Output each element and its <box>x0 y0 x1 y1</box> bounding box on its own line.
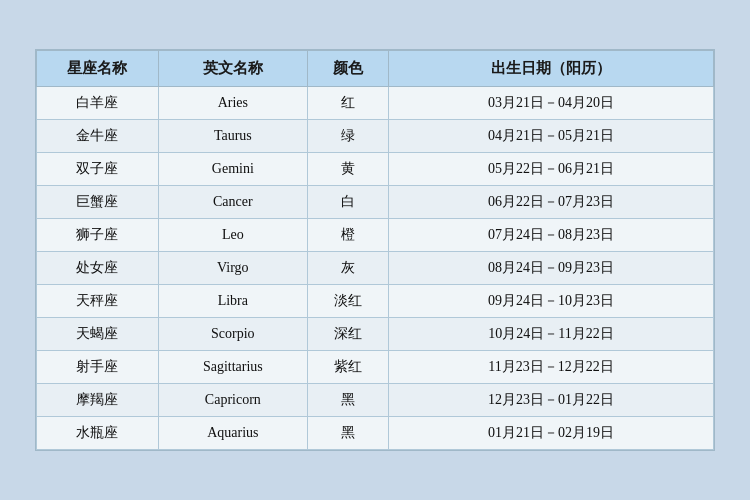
cell-chinese: 天秤座 <box>37 285 159 318</box>
cell-date: 01月21日－02月19日 <box>389 417 714 450</box>
cell-chinese: 白羊座 <box>37 87 159 120</box>
cell-color: 橙 <box>307 219 388 252</box>
cell-chinese: 处女座 <box>37 252 159 285</box>
header-color: 颜色 <box>307 51 388 87</box>
cell-date: 07月24日－08月23日 <box>389 219 714 252</box>
cell-date: 04月21日－05月21日 <box>389 120 714 153</box>
cell-color: 黑 <box>307 384 388 417</box>
cell-color: 绿 <box>307 120 388 153</box>
header-english: 英文名称 <box>158 51 307 87</box>
cell-english: Leo <box>158 219 307 252</box>
table-row: 摩羯座Capricorn黑12月23日－01月22日 <box>37 384 714 417</box>
cell-chinese: 巨蟹座 <box>37 186 159 219</box>
cell-date: 09月24日－10月23日 <box>389 285 714 318</box>
cell-english: Aries <box>158 87 307 120</box>
cell-chinese: 天蝎座 <box>37 318 159 351</box>
table-row: 处女座Virgo灰08月24日－09月23日 <box>37 252 714 285</box>
table-row: 金牛座Taurus绿04月21日－05月21日 <box>37 120 714 153</box>
cell-english: Taurus <box>158 120 307 153</box>
zodiac-table: 星座名称 英文名称 颜色 出生日期（阳历） 白羊座Aries红03月21日－04… <box>36 50 714 450</box>
table-header-row: 星座名称 英文名称 颜色 出生日期（阳历） <box>37 51 714 87</box>
table-row: 天秤座Libra淡红09月24日－10月23日 <box>37 285 714 318</box>
cell-chinese: 水瓶座 <box>37 417 159 450</box>
cell-color: 紫红 <box>307 351 388 384</box>
cell-english: Gemini <box>158 153 307 186</box>
cell-date: 08月24日－09月23日 <box>389 252 714 285</box>
cell-color: 淡红 <box>307 285 388 318</box>
cell-english: Sagittarius <box>158 351 307 384</box>
cell-color: 灰 <box>307 252 388 285</box>
header-chinese: 星座名称 <box>37 51 159 87</box>
cell-date: 06月22日－07月23日 <box>389 186 714 219</box>
cell-english: Cancer <box>158 186 307 219</box>
table-row: 狮子座Leo橙07月24日－08月23日 <box>37 219 714 252</box>
cell-chinese: 双子座 <box>37 153 159 186</box>
table-row: 双子座Gemini黄05月22日－06月21日 <box>37 153 714 186</box>
cell-english: Scorpio <box>158 318 307 351</box>
table-row: 白羊座Aries红03月21日－04月20日 <box>37 87 714 120</box>
table-row: 天蝎座Scorpio深红10月24日－11月22日 <box>37 318 714 351</box>
table-row: 射手座Sagittarius紫红11月23日－12月22日 <box>37 351 714 384</box>
cell-english: Libra <box>158 285 307 318</box>
header-date: 出生日期（阳历） <box>389 51 714 87</box>
table-row: 水瓶座Aquarius黑01月21日－02月19日 <box>37 417 714 450</box>
cell-chinese: 狮子座 <box>37 219 159 252</box>
cell-chinese: 金牛座 <box>37 120 159 153</box>
cell-date: 12月23日－01月22日 <box>389 384 714 417</box>
cell-color: 黑 <box>307 417 388 450</box>
cell-color: 白 <box>307 186 388 219</box>
cell-color: 深红 <box>307 318 388 351</box>
cell-date: 10月24日－11月22日 <box>389 318 714 351</box>
zodiac-table-container: 星座名称 英文名称 颜色 出生日期（阳历） 白羊座Aries红03月21日－04… <box>35 49 715 451</box>
cell-color: 黄 <box>307 153 388 186</box>
cell-chinese: 摩羯座 <box>37 384 159 417</box>
cell-date: 05月22日－06月21日 <box>389 153 714 186</box>
cell-date: 11月23日－12月22日 <box>389 351 714 384</box>
table-row: 巨蟹座Cancer白06月22日－07月23日 <box>37 186 714 219</box>
cell-chinese: 射手座 <box>37 351 159 384</box>
cell-english: Aquarius <box>158 417 307 450</box>
cell-date: 03月21日－04月20日 <box>389 87 714 120</box>
cell-english: Virgo <box>158 252 307 285</box>
cell-color: 红 <box>307 87 388 120</box>
cell-english: Capricorn <box>158 384 307 417</box>
